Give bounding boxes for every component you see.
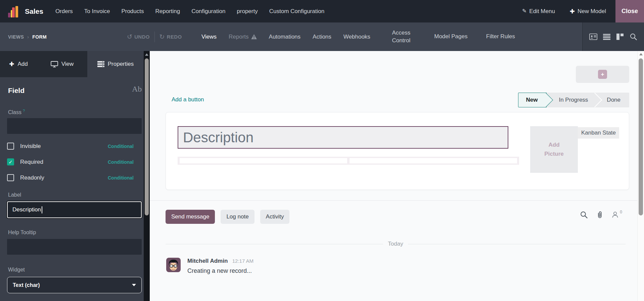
status-new[interactable]: New bbox=[518, 93, 547, 107]
warning-icon bbox=[251, 34, 257, 39]
breadcrumb-views[interactable]: VIEWS bbox=[8, 34, 24, 40]
edit-menu-label: Edit Menu bbox=[529, 8, 555, 15]
edit-menu-button[interactable]: ✎ Edit Menu bbox=[522, 8, 555, 15]
add-widget-plus-button[interactable]: + bbox=[598, 70, 607, 79]
avatar[interactable] bbox=[166, 258, 181, 272]
kanban-state-widget[interactable]: Kanban State bbox=[578, 127, 619, 139]
app-name[interactable]: Sales bbox=[25, 7, 43, 15]
log-note-button[interactable]: Log note bbox=[221, 210, 254, 224]
chatter-buttons: Send message Log note Activity bbox=[166, 210, 289, 224]
tab-filter-rules[interactable]: Filter Rules bbox=[482, 33, 519, 41]
menu-to-invoice[interactable]: To Invoice bbox=[84, 8, 110, 15]
new-model-label: New Model bbox=[578, 8, 606, 15]
invisible-checkbox[interactable] bbox=[7, 143, 14, 150]
chatter-divider bbox=[150, 200, 637, 201]
readonly-checkbox[interactable] bbox=[7, 174, 14, 181]
sidebar-scrollbar[interactable] bbox=[144, 51, 150, 301]
widget-select[interactable]: Text (char) bbox=[7, 277, 142, 293]
menu-products[interactable]: Products bbox=[121, 8, 144, 15]
tab-reports[interactable]: Reports bbox=[229, 34, 257, 40]
class-input[interactable] bbox=[7, 118, 142, 134]
menu-orders[interactable]: Orders bbox=[55, 8, 73, 15]
field-placeholder-cell[interactable] bbox=[350, 158, 517, 163]
scroll-up-arrow[interactable] bbox=[639, 53, 643, 55]
sidebar-tabs: ✚ Add View Pr bbox=[0, 51, 144, 77]
field-placeholder-group bbox=[178, 157, 519, 165]
redo-label: REDO bbox=[167, 34, 182, 40]
new-model-button[interactable]: ✚ New Model bbox=[570, 8, 606, 15]
kanban-view-icon[interactable] bbox=[616, 33, 624, 41]
tab-access-control[interactable]: Access Control bbox=[382, 29, 420, 45]
label-label: Label bbox=[8, 192, 21, 198]
breadcrumb-form: FORM bbox=[32, 34, 47, 40]
sidebar-tab-properties[interactable]: Properties bbox=[87, 51, 144, 77]
plus-icon: ✚ bbox=[9, 60, 14, 68]
description-title-field-selected[interactable]: Description bbox=[178, 126, 508, 149]
chatter-tools: 0 bbox=[580, 211, 619, 220]
required-conditional-link[interactable]: Conditional bbox=[108, 159, 134, 165]
readonly-conditional-link[interactable]: Conditional bbox=[108, 175, 134, 181]
odoo-sales-app-icon[interactable] bbox=[7, 5, 20, 18]
message-author[interactable]: Mitchell Admin bbox=[187, 258, 228, 264]
sidebar-tab-view[interactable]: View bbox=[37, 51, 87, 77]
help-tooltip-input[interactable] bbox=[7, 239, 142, 255]
scroll-up-arrow[interactable] bbox=[145, 53, 148, 56]
undo-button[interactable]: ↺ UNDO bbox=[127, 33, 150, 41]
search-messages-icon[interactable] bbox=[580, 211, 588, 220]
list-view-icon[interactable] bbox=[603, 33, 611, 41]
undo-icon: ↺ bbox=[127, 33, 132, 41]
monitor-icon bbox=[51, 61, 58, 67]
field-placeholder-cell[interactable] bbox=[180, 158, 347, 163]
tab-view-label: View bbox=[61, 61, 74, 67]
breadcrumb-separator: › bbox=[27, 34, 29, 40]
add-widget-dropzone: + bbox=[576, 66, 629, 83]
tab-model-pages[interactable]: Model Pages bbox=[432, 33, 470, 41]
close-studio-button[interactable]: Close bbox=[615, 0, 644, 22]
help-tooltip-label: Help Tooltip bbox=[8, 230, 36, 236]
follower-count: 0 bbox=[620, 210, 622, 214]
label-input[interactable]: Description bbox=[7, 201, 142, 218]
status-in-progress[interactable]: In Progress bbox=[547, 93, 595, 107]
add-picture-placeholder[interactable]: Add Picture bbox=[530, 126, 578, 173]
menu-reporting[interactable]: Reporting bbox=[155, 8, 180, 15]
plus-icon: ✚ bbox=[570, 8, 575, 15]
studio-tabs: Views Reports Automations Actions Webhoo… bbox=[201, 22, 519, 51]
tab-views[interactable]: Views bbox=[201, 34, 217, 40]
redo-button[interactable]: ↻ REDO bbox=[159, 33, 182, 41]
menu-custom-configuration[interactable]: Custom Configuration bbox=[269, 8, 324, 15]
menu-configuration[interactable]: Configuration bbox=[191, 8, 225, 15]
activity-button[interactable]: Activity bbox=[260, 210, 290, 224]
panel-title: Field bbox=[8, 87, 25, 95]
search-view-icon[interactable] bbox=[630, 33, 638, 41]
sidebar-tab-add[interactable]: ✚ Add bbox=[0, 51, 37, 77]
readonly-row: Readonly Conditional bbox=[7, 174, 134, 182]
studio-sidebar: ✚ Add View Pr bbox=[0, 51, 150, 301]
invisible-row: Invisible Conditional bbox=[7, 142, 134, 150]
date-divider: Today bbox=[166, 241, 626, 247]
sidebar-scrollbar-thumb[interactable] bbox=[145, 58, 149, 215]
tab-automations[interactable]: Automations bbox=[269, 34, 301, 40]
chevron-down-icon bbox=[132, 284, 136, 286]
invisible-conditional-link[interactable]: Conditional bbox=[108, 144, 134, 149]
required-checkbox[interactable]: ✓ bbox=[7, 158, 14, 165]
form-sheet: Description Add Picture Kanban State bbox=[166, 112, 629, 190]
followers-icon[interactable]: 0 bbox=[612, 211, 619, 219]
required-row: ✓ Required Conditional bbox=[7, 158, 134, 166]
tab-add-label: Add bbox=[17, 61, 28, 67]
send-message-button[interactable]: Send message bbox=[166, 210, 215, 224]
tab-reports-label: Reports bbox=[229, 34, 249, 40]
tab-webhooks[interactable]: Webhooks bbox=[343, 34, 370, 40]
tab-actions[interactable]: Actions bbox=[313, 34, 331, 40]
main-scrollbar[interactable] bbox=[637, 51, 644, 301]
main-scrollbar-thumb[interactable] bbox=[639, 58, 643, 215]
help-hint-icon[interactable]: ? bbox=[23, 109, 25, 113]
class-label: Class? bbox=[8, 109, 25, 115]
readonly-label: Readonly bbox=[20, 174, 44, 181]
undo-redo-group: ↺ UNDO ↻ REDO bbox=[127, 22, 182, 51]
menu-property[interactable]: property bbox=[237, 8, 258, 15]
add-a-button-link[interactable]: Add a button bbox=[172, 96, 204, 103]
id-card-view-icon[interactable] bbox=[589, 33, 597, 41]
view-switcher-icons bbox=[582, 22, 644, 51]
attachment-paperclip-icon[interactable] bbox=[596, 211, 603, 220]
statusbar: New In Progress Done bbox=[518, 93, 629, 107]
